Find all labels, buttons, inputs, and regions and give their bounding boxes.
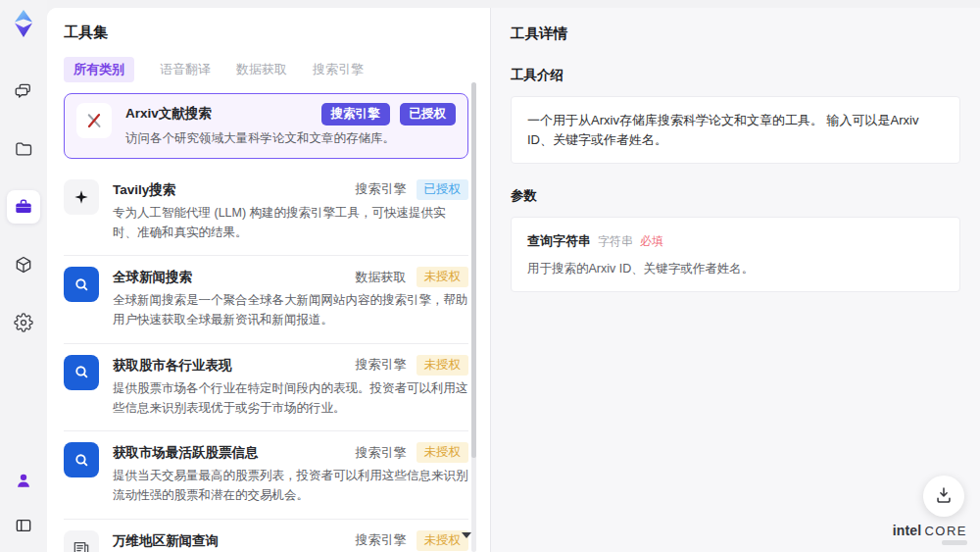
tool-status-badge: 未授权 <box>416 267 469 287</box>
user-icon <box>14 471 33 490</box>
param-header: 查询字符串 字符串 必填 <box>527 231 944 251</box>
params-heading: 参数 <box>511 187 960 205</box>
tab-data-fetch[interactable]: 数据获取 <box>236 57 287 82</box>
chat-icon <box>14 81 33 101</box>
sidebar-item-account[interactable] <box>7 464 40 497</box>
intro-text: 一个用于从Arxiv存储库搜索科学论文和文章的工具。 输入可以是Arxiv ID… <box>527 113 918 147</box>
tool-card[interactable]: 获取股市各行业表现 搜索引擎 未授权 提供股票市场各个行业在特定时间段内的表现。… <box>64 344 468 432</box>
tool-description: 提供当天交易量最高的股票列表，投资者可以利用这些信息来识别流动性强的股票和潜在的… <box>113 467 468 506</box>
tool-name: 获取市场最活跃股票信息 <box>113 442 259 462</box>
sidebar-item-files[interactable] <box>7 132 40 166</box>
tool-status-badge: 未授权 <box>416 530 469 551</box>
tool-name: 获取股市各行业表现 <box>113 355 232 375</box>
tool-name: Tavily搜索 <box>113 179 175 199</box>
sidebar-item-settings[interactable] <box>7 306 40 339</box>
app-window: 工具集 所有类别 语音翻译 数据获取 搜索引擎 Arxiv文献搜索 搜索引擎 已… <box>0 0 980 552</box>
tool-name: 万维地区新闻查询 <box>113 530 219 550</box>
tool-detail-panel: 工具详情 工具介绍 一个用于从Arxiv存储库搜索科学论文和文章的工具。 输入可… <box>490 8 980 552</box>
param-description: 用于搜索的Arxiv ID、关键字或作者姓名。 <box>527 260 944 278</box>
tool-top-row: Tavily搜索 搜索引擎 已授权 <box>113 179 468 200</box>
tool-top-row: Arxiv文献搜索 搜索引擎 已授权 <box>125 103 456 125</box>
tool-body: Arxiv文献搜索 搜索引擎 已授权 访问各个研究领域大量科学论文和文章的存储库… <box>125 103 456 149</box>
toolbox-icon <box>14 197 33 217</box>
tool-badges: 搜索引擎 已授权 <box>321 103 457 125</box>
tool-body: 全球新闻搜索 数据获取 未授权 全球新闻搜索是一个聚合全球各大新闻网站内容的搜索… <box>113 267 468 330</box>
tool-card[interactable]: 全球新闻搜索 数据获取 未授权 全球新闻搜索是一个聚合全球各大新闻网站内容的搜索… <box>64 256 468 344</box>
tool-name: 全球新闻搜索 <box>113 267 192 286</box>
tool-category-badge: 数据获取 <box>356 269 407 286</box>
tool-top-row: 获取市场最活跃股票信息 搜索引擎 未授权 <box>113 442 468 463</box>
tool-category-badge: 搜索引擎 <box>321 103 390 125</box>
scroll-down-arrow-icon[interactable] <box>462 532 471 538</box>
tool-body: 万维地区新闻查询 搜索引擎 未授权 查询具体行政区划内的新闻，快速了解各地新闻动… <box>113 530 468 552</box>
intel-core-logo: intelCORE <box>893 523 967 545</box>
tool-top-row: 万维地区新闻查询 搜索引擎 未授权 <box>113 530 468 551</box>
tool-body: 获取市场最活跃股票信息 搜索引擎 未授权 提供当天交易量最高的股票列表，投资者可… <box>113 442 468 506</box>
tool-description: 专为人工智能代理 (LLM) 构建的搜索引擎工具，可快速提供实时、准确和真实的结… <box>113 204 468 243</box>
tool-badges: 搜索引擎 已授权 <box>356 179 469 200</box>
download-icon <box>933 484 955 509</box>
download-button[interactable] <box>923 476 964 517</box>
intro-heading: 工具介绍 <box>511 67 960 84</box>
tool-status-badge: 未授权 <box>416 442 469 463</box>
param-box: 查询字符串 字符串 必填 用于搜索的Arxiv ID、关键字或作者姓名。 <box>511 217 960 292</box>
package-icon <box>14 255 33 275</box>
sidebar-item-packages[interactable] <box>7 248 40 281</box>
tool-body: Tavily搜索 搜索引擎 已授权 专为人工智能代理 (LLM) 构建的搜索引擎… <box>113 179 468 243</box>
tool-category-badge: 搜索引擎 <box>356 180 407 198</box>
tool-card[interactable]: Arxiv文献搜索 搜索引擎 已授权 访问各个研究领域大量科学论文和文章的存储库… <box>64 93 468 159</box>
sidebar-item-tools[interactable] <box>7 190 40 224</box>
tool-top-row: 全球新闻搜索 数据获取 未授权 <box>113 267 468 287</box>
tool-badges: 搜索引擎 未授权 <box>356 355 469 376</box>
search-blue-icon <box>64 267 99 302</box>
tool-list: Arxiv文献搜索 搜索引擎 已授权 访问各个研究领域大量科学论文和文章的存储库… <box>64 93 468 552</box>
tool-badges: 数据获取 未授权 <box>356 267 469 287</box>
tool-category-badge: 搜索引擎 <box>356 531 407 549</box>
content-area: 工具集 所有类别 语音翻译 数据获取 搜索引擎 Arxiv文献搜索 搜索引擎 已… <box>47 8 980 552</box>
arxiv-icon <box>76 103 112 138</box>
search-blue-icon <box>64 355 99 390</box>
category-tabs: 所有类别 语音翻译 数据获取 搜索引擎 <box>64 57 468 82</box>
scrollbar-thumb[interactable] <box>471 82 476 458</box>
tool-card[interactable]: 万维地区新闻查询 搜索引擎 未授权 查询具体行政区划内的新闻，快速了解各地新闻动… <box>64 520 468 552</box>
brand-intel-text: intel <box>893 523 922 538</box>
panel-toggle-icon <box>14 516 33 535</box>
tool-status-badge: 已授权 <box>416 179 469 200</box>
detail-title: 工具详情 <box>511 25 960 43</box>
tool-status-badge: 未授权 <box>416 355 469 376</box>
tool-status-badge: 已授权 <box>400 103 457 125</box>
settings-icon <box>14 313 33 332</box>
tool-category-badge: 搜索引擎 <box>356 444 407 462</box>
tool-card[interactable]: 获取市场最活跃股票信息 搜索引擎 未授权 提供当天交易量最高的股票列表，投资者可… <box>64 431 468 520</box>
tool-body: 获取股市各行业表现 搜索引擎 未授权 提供股票市场各个行业在特定时间段内的表现。… <box>113 355 468 419</box>
sidebar-item-chat[interactable] <box>7 75 40 108</box>
tool-card[interactable]: Tavily搜索 搜索引擎 已授权 专为人工智能代理 (LLM) 构建的搜索引擎… <box>64 169 468 257</box>
scrollbar[interactable] <box>471 82 476 552</box>
tab-search-engine[interactable]: 搜索引擎 <box>313 57 364 82</box>
tab-voice-translate[interactable]: 语音翻译 <box>160 57 211 82</box>
param-type: 字符串 <box>598 232 633 250</box>
tool-description: 提供股票市场各个行业在特定时间段内的表现。投资者可以利用这些信息来识别表现优于或… <box>113 379 468 419</box>
brand-sub-badge <box>942 540 967 545</box>
icon-rail <box>0 0 47 552</box>
app-logo-icon <box>8 8 39 39</box>
rail-bottom <box>7 464 40 542</box>
tab-all-categories[interactable]: 所有类别 <box>64 57 134 82</box>
sparkle-icon <box>64 179 99 215</box>
folder-icon <box>14 139 33 159</box>
tool-category-badge: 搜索引擎 <box>356 356 407 374</box>
param-required-badge: 必填 <box>640 232 663 250</box>
intro-box: 一个用于从Arxiv存储库搜索科学论文和文章的工具。 输入可以是Arxiv ID… <box>511 96 960 164</box>
tool-description: 访问各个研究领域大量科学论文和文章的存储库。 <box>125 129 456 149</box>
param-name: 查询字符串 <box>527 231 591 251</box>
tool-description: 全球新闻搜索是一个聚合全球各大新闻网站内容的搜索引擎，帮助用户快速获取全球最新资… <box>113 291 468 330</box>
brand-core-text: CORE <box>924 524 967 538</box>
sidebar-item-collapse[interactable] <box>7 509 40 542</box>
rail-nav <box>7 75 40 339</box>
tool-badges: 搜索引擎 未授权 <box>356 530 469 551</box>
news-icon <box>64 530 99 552</box>
search-blue-icon <box>64 442 99 477</box>
page-title: 工具集 <box>64 24 468 42</box>
tool-badges: 搜索引擎 未授权 <box>356 442 469 463</box>
tool-name: Arxiv文献搜索 <box>125 103 212 123</box>
